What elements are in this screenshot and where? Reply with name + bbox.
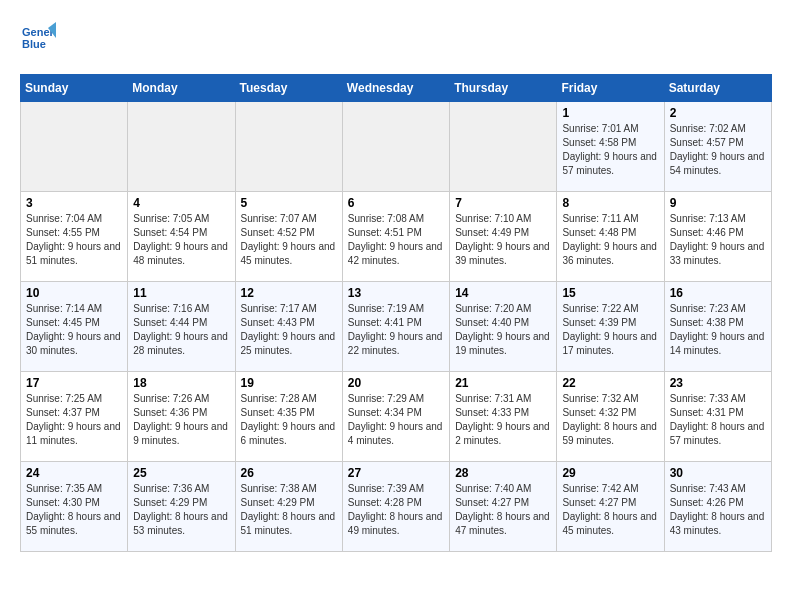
day-info: Sunrise: 7:07 AM Sunset: 4:52 PM Dayligh…	[241, 212, 337, 268]
day-number: 15	[562, 286, 658, 300]
calendar-cell: 1Sunrise: 7:01 AM Sunset: 4:58 PM Daylig…	[557, 102, 664, 192]
calendar-cell: 22Sunrise: 7:32 AM Sunset: 4:32 PM Dayli…	[557, 372, 664, 462]
calendar-cell: 19Sunrise: 7:28 AM Sunset: 4:35 PM Dayli…	[235, 372, 342, 462]
day-number: 7	[455, 196, 551, 210]
calendar-cell: 23Sunrise: 7:33 AM Sunset: 4:31 PM Dayli…	[664, 372, 771, 462]
day-number: 4	[133, 196, 229, 210]
calendar-cell: 18Sunrise: 7:26 AM Sunset: 4:36 PM Dayli…	[128, 372, 235, 462]
weekday-header-friday: Friday	[557, 75, 664, 102]
day-number: 21	[455, 376, 551, 390]
day-info: Sunrise: 7:40 AM Sunset: 4:27 PM Dayligh…	[455, 482, 551, 538]
weekday-header-tuesday: Tuesday	[235, 75, 342, 102]
day-info: Sunrise: 7:33 AM Sunset: 4:31 PM Dayligh…	[670, 392, 766, 448]
weekday-header-sunday: Sunday	[21, 75, 128, 102]
day-info: Sunrise: 7:17 AM Sunset: 4:43 PM Dayligh…	[241, 302, 337, 358]
day-number: 26	[241, 466, 337, 480]
calendar-table: SundayMondayTuesdayWednesdayThursdayFrid…	[20, 74, 772, 552]
day-info: Sunrise: 7:04 AM Sunset: 4:55 PM Dayligh…	[26, 212, 122, 268]
calendar-cell: 9Sunrise: 7:13 AM Sunset: 4:46 PM Daylig…	[664, 192, 771, 282]
day-number: 2	[670, 106, 766, 120]
day-info: Sunrise: 7:08 AM Sunset: 4:51 PM Dayligh…	[348, 212, 444, 268]
day-info: Sunrise: 7:39 AM Sunset: 4:28 PM Dayligh…	[348, 482, 444, 538]
day-info: Sunrise: 7:26 AM Sunset: 4:36 PM Dayligh…	[133, 392, 229, 448]
weekday-header-saturday: Saturday	[664, 75, 771, 102]
calendar-cell	[128, 102, 235, 192]
day-info: Sunrise: 7:05 AM Sunset: 4:54 PM Dayligh…	[133, 212, 229, 268]
day-info: Sunrise: 7:11 AM Sunset: 4:48 PM Dayligh…	[562, 212, 658, 268]
day-number: 6	[348, 196, 444, 210]
weekday-header-wednesday: Wednesday	[342, 75, 449, 102]
calendar-cell: 30Sunrise: 7:43 AM Sunset: 4:26 PM Dayli…	[664, 462, 771, 552]
day-number: 10	[26, 286, 122, 300]
calendar-cell: 13Sunrise: 7:19 AM Sunset: 4:41 PM Dayli…	[342, 282, 449, 372]
day-info: Sunrise: 7:36 AM Sunset: 4:29 PM Dayligh…	[133, 482, 229, 538]
calendar-cell: 14Sunrise: 7:20 AM Sunset: 4:40 PM Dayli…	[450, 282, 557, 372]
calendar-cell: 12Sunrise: 7:17 AM Sunset: 4:43 PM Dayli…	[235, 282, 342, 372]
day-number: 27	[348, 466, 444, 480]
day-info: Sunrise: 7:01 AM Sunset: 4:58 PM Dayligh…	[562, 122, 658, 178]
day-number: 16	[670, 286, 766, 300]
day-number: 11	[133, 286, 229, 300]
day-number: 28	[455, 466, 551, 480]
day-info: Sunrise: 7:10 AM Sunset: 4:49 PM Dayligh…	[455, 212, 551, 268]
day-info: Sunrise: 7:42 AM Sunset: 4:27 PM Dayligh…	[562, 482, 658, 538]
day-info: Sunrise: 7:38 AM Sunset: 4:29 PM Dayligh…	[241, 482, 337, 538]
day-info: Sunrise: 7:13 AM Sunset: 4:46 PM Dayligh…	[670, 212, 766, 268]
day-number: 20	[348, 376, 444, 390]
calendar-cell: 25Sunrise: 7:36 AM Sunset: 4:29 PM Dayli…	[128, 462, 235, 552]
calendar-cell: 6Sunrise: 7:08 AM Sunset: 4:51 PM Daylig…	[342, 192, 449, 282]
calendar-cell: 15Sunrise: 7:22 AM Sunset: 4:39 PM Dayli…	[557, 282, 664, 372]
day-info: Sunrise: 7:29 AM Sunset: 4:34 PM Dayligh…	[348, 392, 444, 448]
calendar-cell: 28Sunrise: 7:40 AM Sunset: 4:27 PM Dayli…	[450, 462, 557, 552]
calendar-cell: 7Sunrise: 7:10 AM Sunset: 4:49 PM Daylig…	[450, 192, 557, 282]
day-number: 18	[133, 376, 229, 390]
weekday-header-thursday: Thursday	[450, 75, 557, 102]
day-info: Sunrise: 7:23 AM Sunset: 4:38 PM Dayligh…	[670, 302, 766, 358]
calendar-cell	[342, 102, 449, 192]
calendar-cell: 16Sunrise: 7:23 AM Sunset: 4:38 PM Dayli…	[664, 282, 771, 372]
day-info: Sunrise: 7:32 AM Sunset: 4:32 PM Dayligh…	[562, 392, 658, 448]
calendar-cell: 2Sunrise: 7:02 AM Sunset: 4:57 PM Daylig…	[664, 102, 771, 192]
calendar-cell	[450, 102, 557, 192]
day-number: 14	[455, 286, 551, 300]
day-number: 8	[562, 196, 658, 210]
day-info: Sunrise: 7:14 AM Sunset: 4:45 PM Dayligh…	[26, 302, 122, 358]
day-number: 12	[241, 286, 337, 300]
weekday-header-monday: Monday	[128, 75, 235, 102]
day-number: 30	[670, 466, 766, 480]
logo: General Blue	[20, 20, 62, 56]
day-number: 24	[26, 466, 122, 480]
day-info: Sunrise: 7:19 AM Sunset: 4:41 PM Dayligh…	[348, 302, 444, 358]
day-number: 22	[562, 376, 658, 390]
calendar-cell: 24Sunrise: 7:35 AM Sunset: 4:30 PM Dayli…	[21, 462, 128, 552]
calendar-cell: 26Sunrise: 7:38 AM Sunset: 4:29 PM Dayli…	[235, 462, 342, 552]
day-number: 23	[670, 376, 766, 390]
day-info: Sunrise: 7:28 AM Sunset: 4:35 PM Dayligh…	[241, 392, 337, 448]
calendar-cell: 21Sunrise: 7:31 AM Sunset: 4:33 PM Dayli…	[450, 372, 557, 462]
calendar-cell: 27Sunrise: 7:39 AM Sunset: 4:28 PM Dayli…	[342, 462, 449, 552]
day-info: Sunrise: 7:02 AM Sunset: 4:57 PM Dayligh…	[670, 122, 766, 178]
day-number: 3	[26, 196, 122, 210]
calendar-cell: 20Sunrise: 7:29 AM Sunset: 4:34 PM Dayli…	[342, 372, 449, 462]
calendar-cell: 4Sunrise: 7:05 AM Sunset: 4:54 PM Daylig…	[128, 192, 235, 282]
svg-text:Blue: Blue	[22, 38, 46, 50]
day-info: Sunrise: 7:35 AM Sunset: 4:30 PM Dayligh…	[26, 482, 122, 538]
calendar-cell: 29Sunrise: 7:42 AM Sunset: 4:27 PM Dayli…	[557, 462, 664, 552]
calendar-cell	[21, 102, 128, 192]
calendar-cell: 10Sunrise: 7:14 AM Sunset: 4:45 PM Dayli…	[21, 282, 128, 372]
calendar-cell: 11Sunrise: 7:16 AM Sunset: 4:44 PM Dayli…	[128, 282, 235, 372]
day-info: Sunrise: 7:20 AM Sunset: 4:40 PM Dayligh…	[455, 302, 551, 358]
day-number: 5	[241, 196, 337, 210]
day-number: 29	[562, 466, 658, 480]
day-number: 1	[562, 106, 658, 120]
day-number: 19	[241, 376, 337, 390]
calendar-cell: 3Sunrise: 7:04 AM Sunset: 4:55 PM Daylig…	[21, 192, 128, 282]
calendar-cell	[235, 102, 342, 192]
day-number: 25	[133, 466, 229, 480]
logo-icon: General Blue	[20, 20, 56, 56]
day-info: Sunrise: 7:43 AM Sunset: 4:26 PM Dayligh…	[670, 482, 766, 538]
day-number: 13	[348, 286, 444, 300]
day-info: Sunrise: 7:31 AM Sunset: 4:33 PM Dayligh…	[455, 392, 551, 448]
calendar-cell: 8Sunrise: 7:11 AM Sunset: 4:48 PM Daylig…	[557, 192, 664, 282]
calendar-cell: 17Sunrise: 7:25 AM Sunset: 4:37 PM Dayli…	[21, 372, 128, 462]
